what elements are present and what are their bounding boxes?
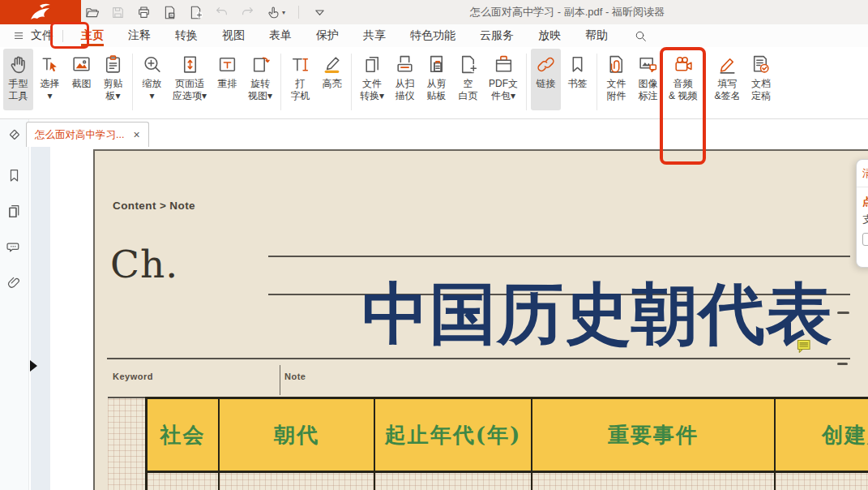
fit-page-icon [179, 51, 201, 78]
redo-button[interactable] [240, 5, 255, 20]
reflow-button[interactable]: 重排 [212, 49, 242, 110]
open-button[interactable] [84, 5, 100, 20]
attachments-panel-button[interactable] [6, 274, 23, 291]
dynasty-table: 社会朝代起止年代(年)重要事件创建人 [145, 397, 868, 490]
blank-page-button[interactable]: 空白页 [453, 49, 483, 110]
convert-icon [361, 51, 383, 78]
typewriter-button[interactable]: 打字机 [285, 49, 315, 110]
doc-finalize-button[interactable]: 文档定稿 [746, 49, 776, 110]
menu-tab-view[interactable]: 视图 [222, 24, 245, 47]
table-cell [532, 471, 776, 490]
popup-item-dian[interactable]: 点 [862, 195, 868, 209]
search-button[interactable] [634, 29, 648, 43]
snapshot-button[interactable]: 截图 [66, 49, 96, 110]
rotate-view-button[interactable]: 旋转视图▾ [244, 49, 276, 110]
menu-tab-protect[interactable]: 保护 [316, 24, 339, 47]
ribbon-group: 打字机高亮 [284, 49, 348, 110]
ribbon-button-label: 旋转 [250, 78, 270, 90]
menu-tab-help[interactable]: 帮助 [585, 24, 608, 47]
menu-tab-present[interactable]: 放映 [538, 24, 561, 47]
popup-divider [857, 187, 868, 187]
select-button[interactable]: 选择▾ [35, 49, 65, 110]
hand-tool-button[interactable]: 手型工具 [3, 49, 33, 110]
save-icon [110, 5, 126, 20]
popup-checkbox[interactable] [862, 233, 868, 246]
ribbon-button-label: 空 [464, 78, 473, 90]
ribbon-button-label: 贴板 [427, 90, 447, 102]
hand-gesture-button[interactable]: ▾ [266, 5, 285, 20]
pdf-portfolio-button[interactable]: PDF文件包▾ [485, 49, 522, 110]
print-button[interactable] [136, 5, 152, 20]
ribbon-button-label: 截图 [72, 78, 92, 90]
comments-panel-button[interactable] [6, 239, 23, 256]
from-scanner-button[interactable]: 从扫描仪 [390, 49, 420, 110]
quick-access-toolbar: ▾ [84, 0, 327, 24]
scanner-icon [394, 51, 416, 78]
attach-icon [605, 51, 627, 78]
panel-expand-handle[interactable] [30, 360, 37, 372]
ribbon-button-label: 重排 [218, 78, 237, 90]
save-button[interactable] [110, 5, 126, 20]
highlight-button[interactable]: 高亮 [317, 49, 347, 110]
ribbon-button-label: & 视频 [669, 90, 697, 102]
eraser-panel-button[interactable] [6, 126, 23, 143]
ribbon-group: 文件附件图像标注音频& 视频 [601, 49, 702, 110]
document-tab[interactable]: 怎么面对高中学习... × [26, 122, 149, 147]
file-convert-button[interactable]: 文件转换▾ [356, 49, 388, 110]
print-current-page-button[interactable] [162, 5, 177, 20]
ribbon-group: 缩放▾页面适应选项▾重排旋转视图▾ [136, 49, 277, 110]
insert-page-button[interactable] [188, 5, 203, 20]
ribbon-group: 手型工具选择▾截图剪贴板▾ [2, 49, 129, 110]
toolbar-divider [298, 6, 299, 19]
hand-pointer-icon [266, 5, 281, 20]
menu-tab-comment[interactable]: 注释 [128, 24, 151, 47]
bookmarks-panel-button[interactable] [6, 167, 23, 184]
page-fit-button[interactable]: 页面适应选项▾ [169, 49, 211, 110]
menu-tab-home[interactable]: 主页 [81, 24, 104, 47]
ribbon-button-label: 视图▾ [248, 90, 272, 102]
ribbon-group-divider [705, 54, 706, 110]
pages-panel-button[interactable] [6, 203, 23, 220]
bookmark-icon [6, 167, 23, 184]
table-header-cell: 朝代 [220, 399, 375, 471]
window-title: 怎么面对高中学习 - 副本.pdf - 福昕阅读器 [405, 0, 729, 24]
menu-tab-cloud[interactable]: 云服务 [480, 24, 514, 47]
zoom-button[interactable]: 缩放▾ [137, 49, 167, 110]
audio-video-button[interactable]: 音频& 视频 [665, 49, 701, 110]
undo-button[interactable] [214, 5, 229, 20]
ribbon-button-label: 剪贴 [104, 78, 123, 90]
pages-icon [6, 203, 23, 220]
navigation-sidebar [0, 119, 29, 490]
menu-tab-form[interactable]: 表单 [269, 24, 292, 47]
file-attachment-button[interactable]: 文件附件 [601, 49, 631, 110]
image-annotation-button[interactable]: 图像标注 [633, 49, 663, 110]
file-menu-button[interactable]: 文件 [11, 28, 55, 43]
fill-sign-button[interactable]: 填写&签名 [710, 49, 744, 110]
table-header-cell: 重要事件 [532, 399, 776, 471]
menu-tab-share[interactable]: 共享 [363, 24, 386, 47]
blank-page-icon [457, 51, 479, 78]
bookmark-button[interactable]: 书签 [562, 49, 592, 110]
ribbon-button-label: 选择 [41, 78, 60, 90]
link-button[interactable]: 链接 [531, 49, 561, 110]
customize-toolbar-button[interactable] [312, 5, 327, 20]
popup-item-zhi[interactable]: 支 [862, 213, 868, 227]
ribbon-button-label: 音频 [673, 78, 693, 90]
menu-tab-convert[interactable]: 转换 [175, 24, 198, 47]
page-add-icon [188, 5, 203, 20]
document-tab-title: 怎么面对高中学习... [35, 128, 124, 142]
ribbon-button-label: 从扫 [396, 78, 415, 90]
ribbon-group-divider [280, 54, 281, 110]
ribbon-button-label: 应选项▾ [173, 90, 207, 102]
ribbon-group-divider [526, 54, 527, 110]
from-clipboard-button[interactable]: 从剪贴板 [421, 49, 451, 110]
menu-tab-features[interactable]: 特色功能 [410, 24, 455, 47]
clipboard-button[interactable]: 剪贴板▾ [98, 49, 128, 110]
sticky-note-annotation[interactable] [797, 339, 812, 355]
document-viewport: Content > Note Ch. 中国历史朝代表 Keyword Note … [50, 147, 868, 490]
tab-close-button[interactable]: × [133, 129, 139, 140]
popup-item-qing[interactable]: 清 [862, 166, 868, 181]
foxit-logo[interactable] [0, 0, 81, 24]
table-cell [375, 471, 532, 490]
ribbon-button-label: 转换▾ [360, 90, 384, 102]
